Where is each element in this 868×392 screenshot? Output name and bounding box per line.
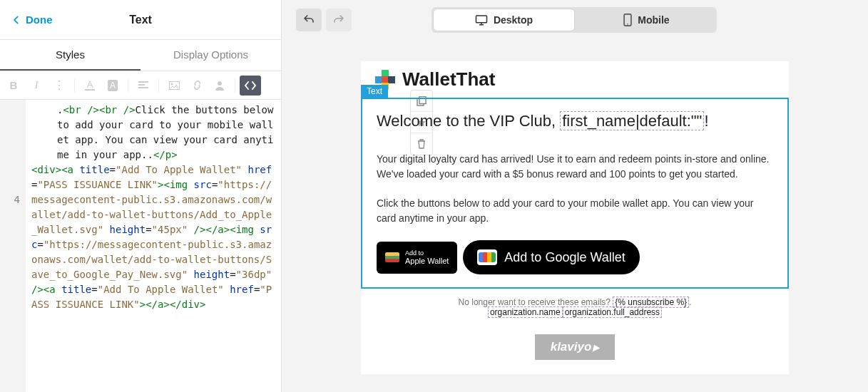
body-paragraph-1: Your digital loyalty card has arrived! U…	[377, 152, 773, 182]
svg-point-1	[170, 83, 173, 85]
text-block[interactable]: Text Welcome to the VIP Club, first_name…	[361, 98, 789, 289]
editor-sidebar: Done Text Styles Display Options B I ⋮ A…	[0, 0, 282, 392]
desktop-icon	[475, 14, 488, 26]
line-gutter: 4	[0, 100, 26, 392]
device-toggle: Desktop Mobile	[432, 7, 717, 33]
bg-color-icon[interactable]: A	[102, 76, 123, 96]
wallet-buttons: Add toApple Wallet Add to Google Wallet	[377, 240, 773, 274]
desktop-label: Desktop	[494, 14, 533, 26]
org-address-token[interactable]: organization.full_address	[563, 306, 662, 318]
style-tabs: Styles Display Options	[0, 40, 281, 71]
text-block-inner: Welcome to the VIP Club, first_name|defa…	[362, 99, 787, 287]
text-block-label: Text	[361, 85, 388, 98]
email-preview: WalletThat Text Welcome to the VIP Club,…	[361, 61, 789, 374]
done-label: Done	[26, 14, 53, 26]
brand-name: WalletThat	[402, 68, 495, 91]
separator	[158, 78, 159, 93]
svg-point-2	[218, 81, 222, 86]
desktop-button[interactable]: Desktop	[433, 9, 575, 31]
google-wallet-icon	[477, 249, 497, 265]
preview-panel: Desktop Mobile WalletT	[282, 0, 868, 392]
org-name-token[interactable]: organization.name	[488, 306, 563, 318]
mobile-icon	[623, 14, 632, 26]
apple-wallet-button[interactable]: Add toApple Wallet	[377, 242, 457, 274]
mobile-label: Mobile	[638, 14, 669, 26]
body-paragraph-2: Click the buttons below to add your card…	[377, 196, 773, 226]
separator	[74, 78, 75, 93]
image-icon[interactable]	[163, 76, 185, 96]
preview-header: Desktop Mobile	[282, 0, 868, 40]
footer-text: No longer want to receive these emails? …	[361, 289, 789, 320]
code-editor[interactable]: 4 .<br /><br />Click the buttons below t…	[0, 100, 281, 392]
google-wallet-button[interactable]: Add to Google Wallet	[463, 240, 639, 274]
svg-rect-3	[476, 16, 486, 23]
history-buttons	[296, 9, 352, 31]
svg-point-5	[628, 24, 629, 25]
undo-button[interactable]	[296, 9, 322, 31]
more-icon[interactable]: ⋮	[48, 76, 70, 96]
arrow-left-icon	[11, 15, 21, 25]
code-icon[interactable]	[240, 76, 261, 96]
link-icon[interactable]	[186, 76, 208, 96]
align-icon[interactable]	[133, 76, 154, 96]
text-color-icon[interactable]: A	[79, 76, 101, 96]
apple-wallet-icon	[385, 252, 399, 262]
tab-display-options[interactable]: Display Options	[141, 40, 281, 71]
preview-canvas: WalletThat Text Welcome to the VIP Club,…	[282, 40, 868, 392]
person-icon[interactable]	[209, 76, 230, 96]
welcome-heading: Welcome to the VIP Club, first_name|defa…	[377, 112, 773, 130]
tab-styles[interactable]: Styles	[0, 40, 141, 71]
redo-button[interactable]	[326, 9, 352, 31]
code-content[interactable]: .<br /><br />Click the buttons below to …	[26, 100, 281, 392]
bold-icon[interactable]: B	[3, 76, 24, 96]
mobile-button[interactable]: Mobile	[576, 7, 717, 33]
done-button[interactable]: Done	[11, 14, 53, 26]
format-toolbar: B I ⋮ A A	[0, 71, 281, 100]
klaviyo-badge[interactable]: klaviyo▸	[535, 334, 615, 360]
separator	[235, 78, 235, 93]
sidebar-header: Done Text	[0, 0, 281, 40]
separator	[128, 78, 128, 93]
italic-icon[interactable]: I	[26, 76, 47, 96]
firstname-token[interactable]: first_name|default:""	[560, 111, 704, 130]
